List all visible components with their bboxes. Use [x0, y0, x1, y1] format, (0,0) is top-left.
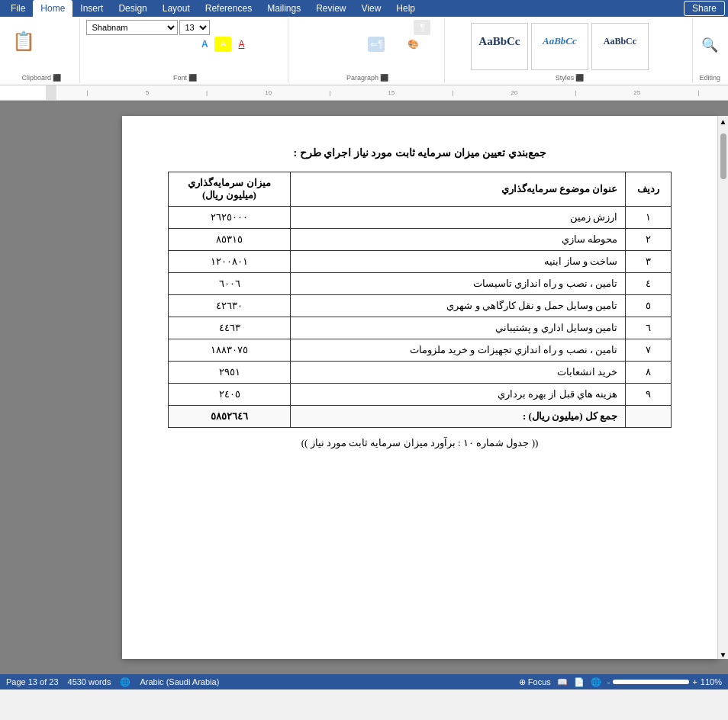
change-case-button[interactable]: Aa	[248, 20, 265, 35]
language-name[interactable]: Arabic (Saudi Arabia)	[140, 677, 219, 686]
row-title: خريد انشعابات	[291, 362, 626, 384]
text-highlight-button[interactable]: A	[214, 37, 231, 52]
increase-indent-button[interactable]: ⇥≡	[377, 20, 394, 35]
heading1-style-button[interactable]: AaBbCc Heading 1	[471, 23, 528, 70]
row-title: ارزش زمين	[291, 207, 626, 229]
row-value: ٤٤٦٣	[169, 317, 291, 339]
clipboard-expand-icon[interactable]: ⬛	[53, 74, 61, 82]
search-icon[interactable]: 🔍	[701, 37, 718, 53]
row-num: ٩	[626, 384, 672, 406]
row-value: ٤٢٦٣٠	[169, 295, 291, 317]
web-view-icon[interactable]: 🌐	[591, 677, 601, 687]
tab-insert[interactable]: Insert	[72, 0, 111, 17]
row-num: ٤	[626, 273, 672, 295]
clipboard-content: 📋 Paste ✂ Cut ⧉ Copy 🖌	[8, 20, 75, 72]
styles-scroll-down[interactable]: ▼	[652, 39, 668, 54]
copy-button[interactable]: ⧉ Copy	[41, 40, 75, 54]
row-value: ١٢٠٠٨٠١	[169, 251, 291, 273]
font-size-select[interactable]: 13	[179, 20, 210, 35]
editing-group: 🔍 Editing	[694, 18, 725, 83]
align-center-button[interactable]: ≡	[313, 37, 330, 52]
document-page: جمع‌بندي تعيين ميزان سرمايه ثابت مورد ني…	[122, 116, 717, 659]
font-expand-icon[interactable]: ⬛	[188, 74, 197, 82]
font-name-row: Shabnam 13 A▲ A▼ Aa ⌫A	[86, 20, 283, 35]
justify-button[interactable]: ≡	[350, 37, 366, 52]
line-spacing-button[interactable]: ↕≡	[386, 37, 403, 52]
investment-table: رديف عنوان موضوع سرمايه‌گذاري ميزان سرما…	[168, 172, 672, 428]
tab-references[interactable]: References	[198, 0, 259, 17]
row-num: ٥	[626, 295, 672, 317]
row-value: ٢٤٠٥	[169, 384, 291, 406]
page-info: Page 13 of 23	[6, 677, 59, 686]
rtl-button[interactable]: ⇐¶	[368, 37, 385, 52]
row-num: ٧	[626, 339, 672, 362]
tab-help[interactable]: Help	[388, 0, 423, 17]
table-row: ٢ محوطه سازي ٨٥٣١٥	[169, 229, 672, 251]
editing-label: Editing	[699, 74, 720, 82]
shading-button[interactable]: 🎨	[404, 37, 421, 52]
zoom-out-button[interactable]: -	[607, 677, 610, 686]
clear-formatting-button[interactable]: ⌫A	[266, 20, 283, 35]
zoom-level[interactable]: 110%	[701, 677, 722, 686]
bold-button[interactable]: B	[86, 37, 103, 52]
paste-button[interactable]: 📋 Paste	[8, 21, 40, 72]
strikethrough-button[interactable]: ab	[141, 37, 158, 52]
styles-expand[interactable]: ▼▬	[652, 55, 668, 70]
text-effect-button[interactable]: A	[196, 37, 213, 52]
ribbon-body: 📋 Paste ✂ Cut ⧉ Copy 🖌 Clipboard ⬛ Shab	[0, 17, 728, 85]
header-subject: عنوان موضوع سرمايه‌گذاري	[291, 172, 626, 207]
tab-mailings[interactable]: Mailings	[259, 0, 308, 17]
table-row: ١ ارزش زمين ٢٦٢٥٠٠٠	[169, 207, 672, 229]
row-title: ساخت و ساز ابنيه	[291, 251, 626, 273]
decrease-font-button[interactable]: A▼	[230, 20, 246, 35]
print-layout-icon[interactable]: 📄	[574, 677, 585, 687]
tab-file[interactable]: File	[3, 0, 33, 17]
share-button[interactable]: Share	[684, 1, 725, 16]
borders-button[interactable]: ▦	[423, 37, 440, 52]
show-hide-button[interactable]: ¶	[414, 20, 430, 35]
underline-button[interactable]: U	[123, 37, 140, 52]
scrollbar-thumb[interactable]	[720, 133, 726, 179]
font-color-button[interactable]: A	[233, 37, 250, 52]
font-name-select[interactable]: Shabnam	[86, 20, 178, 35]
increase-font-button[interactable]: A▲	[211, 20, 228, 35]
heading2-style-button[interactable]: AaBbCc Heading 2	[531, 23, 588, 70]
row-value: ٦٠٠٦	[169, 273, 291, 295]
scroll-down-button[interactable]: ▼	[720, 651, 727, 659]
paragraph-expand-icon[interactable]: ⬛	[380, 74, 388, 82]
styles-expand-icon[interactable]: ⬛	[575, 74, 584, 82]
format-painter-button[interactable]: 🖌	[41, 56, 75, 69]
sort-button[interactable]: ⇅	[395, 20, 412, 35]
superscript-button[interactable]: x²	[178, 37, 195, 52]
zoom-bar[interactable]	[613, 680, 689, 684]
tab-design[interactable]: Design	[111, 0, 154, 17]
bullets-button[interactable]: ≡	[304, 20, 321, 35]
tab-review[interactable]: Review	[308, 0, 353, 17]
styles-group: AaBbCc Heading 1 AaBbCc Heading 2 AaBbCc…	[446, 18, 693, 83]
align-right-button[interactable]: ≡	[331, 37, 348, 52]
zoom-in-button[interactable]: +	[692, 677, 697, 686]
decrease-indent-button[interactable]: ⇤≡	[359, 20, 375, 35]
scroll-up-button[interactable]: ▲	[720, 117, 727, 126]
numbering-button[interactable]: 1≡	[322, 20, 339, 35]
align-left-button[interactable]: ≡	[295, 37, 311, 52]
cut-button[interactable]: ✂ Cut	[41, 24, 75, 38]
read-view-icon[interactable]: 📖	[557, 677, 568, 687]
tab-home[interactable]: Home	[33, 0, 72, 17]
row-num: ٨	[626, 362, 672, 384]
subscript-button[interactable]: x₂	[159, 37, 176, 52]
multilevel-list-button[interactable]: ⊞≡	[340, 20, 357, 35]
total-row-value: ٥٨٥٢٦٤٦	[169, 406, 291, 428]
tab-view[interactable]: View	[354, 0, 389, 17]
italic-button[interactable]: I	[105, 37, 121, 52]
tab-layout[interactable]: Layout	[155, 0, 198, 17]
table-row: ٩ هزينه هاي قبل از بهره برداري ٢٤٠٥	[169, 384, 672, 406]
heading3-style-button[interactable]: AaBbCc Heading 3	[591, 23, 649, 70]
row-value: ٢٩٥١	[169, 362, 291, 384]
row-value: ٢٦٢٥٠٠٠	[169, 207, 291, 229]
focus-button[interactable]: ⊕ Focus	[519, 677, 551, 687]
ribbon: File Home Insert Design Layout Reference…	[0, 0, 728, 85]
styles-scroll-up[interactable]: ▲	[652, 23, 668, 38]
row-num: ٣	[626, 251, 672, 273]
table-row: ٦ تامين وسايل اداري و پشتيباني ٤٤٦٣	[169, 317, 672, 339]
